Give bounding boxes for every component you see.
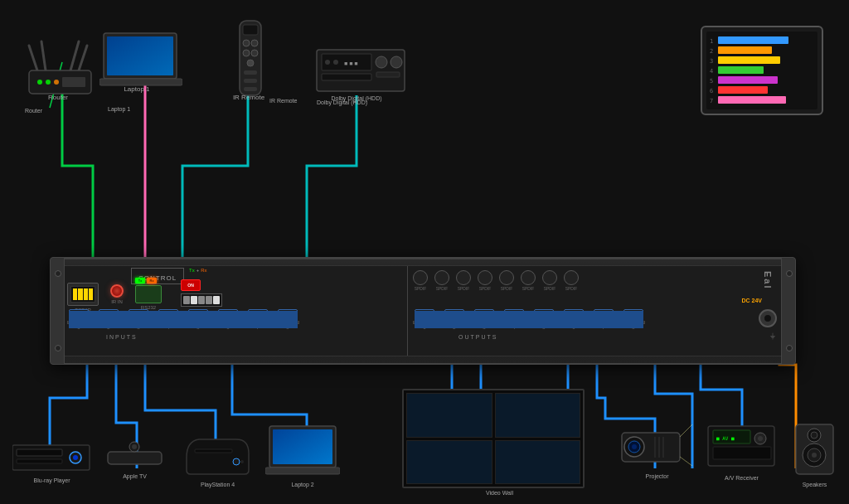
ir-port-group: IR IN — [110, 284, 124, 304]
svg-point-74 — [758, 436, 763, 441]
inputs-label: INPUTS — [106, 334, 138, 340]
appletv-icon — [104, 429, 166, 470]
edid-group: ON EDID — [181, 279, 222, 313]
svg-rect-12 — [107, 36, 173, 75]
svg-rect-57 — [195, 449, 232, 453]
av-receiver-icon: ■ AV ■ — [706, 422, 777, 472]
remote-top-label: IR Remote — [269, 98, 297, 104]
dip2 — [191, 296, 197, 304]
rs232-leds: Tx Rx — [135, 278, 162, 284]
svg-point-30 — [376, 56, 387, 68]
svg-point-52 — [73, 455, 78, 460]
power-jack — [759, 309, 777, 327]
projector-icon — [618, 420, 696, 470]
svg-rect-21 — [244, 70, 257, 75]
svg-point-59 — [240, 460, 244, 463]
ps4-label: PlayStation 4 — [182, 482, 253, 487]
remote-icon — [236, 17, 266, 99]
spdif-5-label: SPDIF — [501, 286, 513, 291]
svg-point-31 — [391, 56, 402, 68]
ethernet-pins — [70, 286, 95, 303]
svg-rect-32 — [376, 72, 400, 77]
edid-dip-switches — [181, 293, 222, 307]
matrix-display-device: 1 2 3 4 5 6 7 — [700, 25, 816, 108]
svg-text:■ AV ■: ■ AV ■ — [716, 435, 735, 441]
svg-line-1 — [29, 46, 37, 70]
rack-ear-right — [781, 257, 796, 365]
projector-device: Projector — [618, 420, 696, 479]
laptop1-icon — [99, 29, 182, 91]
svg-point-58 — [233, 458, 240, 465]
laptop2-icon — [265, 424, 340, 478]
dip5 — [213, 296, 220, 304]
laptop1-device: Laptop 1 — [99, 29, 174, 83]
ir-port — [110, 284, 124, 298]
svg-rect-48 — [718, 96, 786, 104]
tx-rx-labels: Tx + Rx — [189, 268, 207, 273]
router-label: Router — [25, 94, 91, 101]
spdif-8: SPDIF — [564, 270, 579, 291]
spdif-6-label: SPDIF — [522, 286, 535, 291]
svg-text:1: 1 — [710, 38, 713, 45]
router-top-label: Router — [25, 108, 42, 114]
dip3 — [198, 296, 205, 304]
svg-point-18 — [243, 50, 250, 56]
svg-point-27 — [333, 60, 338, 65]
svg-point-81 — [812, 453, 817, 458]
sep: + — [196, 268, 200, 273]
remote-device: IR Remote — [236, 17, 261, 91]
spdif-port-3 — [456, 270, 471, 285]
hdmi-out-port-8 — [623, 309, 643, 321]
hdmi-port-8 — [278, 309, 298, 321]
videowall-label: Video Wall — [402, 490, 597, 496]
spdif-7: SPDIF — [542, 270, 557, 291]
spdif-port-4 — [478, 270, 492, 285]
bluray-label: Blu-ray Player — [12, 477, 91, 483]
appletv-device: Apple TV — [104, 429, 166, 479]
videowall-grid — [402, 389, 585, 488]
svg-rect-23 — [244, 87, 257, 91]
svg-rect-9 — [62, 77, 85, 87]
rx-led: Rx — [147, 278, 157, 284]
audio-receiver-icon: ■ ■ ■ — [315, 46, 406, 95]
vw-screen-4 — [495, 440, 581, 485]
spdif-row: SPDIF SPDIF SPDIF SPDIF SPDIF — [413, 270, 579, 291]
laptop1-label: Laptop 1 — [99, 85, 174, 93]
svg-point-16 — [243, 40, 250, 46]
rx-label: Rx — [201, 268, 206, 273]
spdif-7-label: SPDIF — [544, 286, 556, 291]
spdif-1-label: SPDIF — [415, 286, 427, 291]
rack-unit-inner: CONTROL Tx + Rx TCP/IP — [60, 265, 786, 356]
router-icon — [25, 33, 95, 95]
svg-text:6: 6 — [710, 88, 713, 94]
svg-line-3 — [70, 41, 79, 70]
spdif-port-7 — [542, 270, 557, 285]
vw-screen-1 — [406, 393, 492, 438]
input-port-8: 8 — [276, 309, 299, 330]
panel-divider — [407, 266, 408, 356]
ps4-device: PlayStation 4 — [182, 433, 253, 487]
svg-point-78 — [811, 432, 817, 439]
svg-text:5: 5 — [710, 78, 713, 85]
vw-screen-2 — [495, 393, 581, 438]
bluray-icon — [12, 441, 91, 474]
ps4-icon — [182, 433, 253, 478]
svg-line-2 — [41, 41, 46, 70]
svg-rect-44 — [718, 76, 778, 84]
laptop1-top-label: Laptop 1 — [108, 106, 130, 112]
svg-point-66 — [632, 444, 637, 449]
svg-point-6 — [37, 80, 42, 85]
spdif-port-1 — [413, 270, 428, 285]
spdif-port-2 — [434, 270, 449, 285]
svg-text:2: 2 — [710, 48, 713, 55]
svg-point-7 — [46, 80, 51, 85]
spdif-4-label: SPDIF — [479, 286, 492, 291]
svg-text:4: 4 — [710, 68, 713, 75]
laptop2-device: Laptop 2 — [265, 424, 340, 487]
rack-ear-left — [50, 257, 65, 365]
svg-point-20 — [247, 60, 254, 66]
svg-text:3: 3 — [710, 58, 713, 65]
spdif-port-6 — [521, 270, 536, 285]
svg-rect-61 — [273, 429, 332, 464]
svg-point-26 — [325, 60, 330, 65]
